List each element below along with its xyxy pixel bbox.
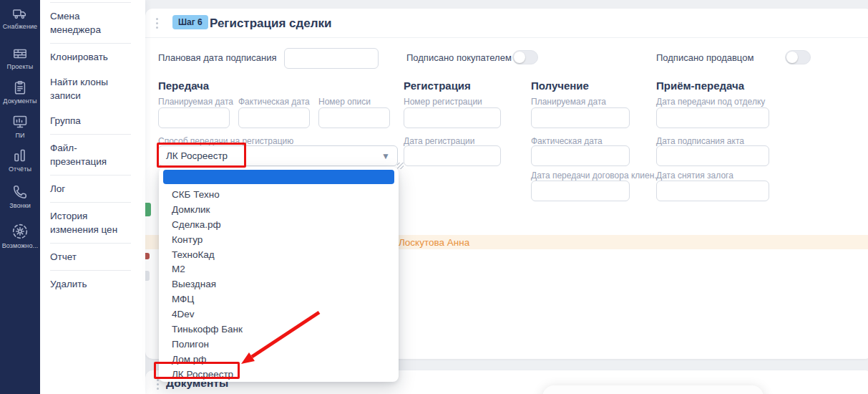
planned-signing-date-input[interactable] [284,48,379,69]
receiving-actual-date-label: Фактическая дата [531,136,603,146]
sidebar-item-documents[interactable]: Документы [0,79,40,105]
dropdown-option[interactable]: ТехноКад [159,247,399,262]
registration-date-input[interactable] [404,145,501,166]
sidebar-item-label: Проекты [0,63,40,70]
planned-signing-date-label: Плановая дата подписания [158,52,276,63]
menu-item-price-history[interactable]: История изменения цен [50,203,131,242]
registration-number-label: Номер регистрации [404,97,482,107]
transfer-inventory-number-label: Номер описи [318,97,371,107]
clipboard-icon [0,79,40,96]
menu-divider [50,2,131,3]
menu-divider [50,270,131,271]
sidebar-nav: Снабжение Проекты Документы ПИ Отчёты Зв… [0,0,40,394]
dropdown-highlighted-empty-option[interactable] [163,170,394,184]
acceptance-finishing-date-label: Дата передачи под отделку [656,97,765,107]
record-context-menu: Смена менеджера Клонировать Найти клоны … [40,0,145,394]
toggle-knob [786,52,798,63]
menu-item-file-presentation[interactable]: Файл-презентация [50,135,131,174]
drag-handle-icon[interactable] [156,18,158,20]
receiving-contract-transfer-date-input[interactable] [531,181,630,201]
truck-icon [0,6,40,21]
receiving-planned-date-input[interactable] [531,107,630,128]
dropdown-option[interactable]: Тинькофф Банк [159,322,399,337]
toggle-knob [514,52,525,63]
menu-item-delete[interactable]: Удалить [50,272,131,297]
gear-dashed-icon [0,222,40,241]
receiving-actual-date-input[interactable] [531,145,630,166]
occluded-gray-element [145,271,150,281]
receiving-planned-date-label: Планируемая дата [531,97,606,107]
sidebar-item-opportunities[interactable]: Возможно... [0,222,40,249]
transfer-planned-date-input[interactable] [158,107,230,128]
section-title-registration: Регистрация [404,80,471,92]
menu-item-clone[interactable]: Клонировать [50,44,131,69]
menu-item-log[interactable]: Лог [50,176,131,201]
transfer-method-value: ЛК Росреестр [159,150,381,161]
section-title-acceptance: Приём-передача [656,80,744,92]
sidebar-item-label: Документы [0,97,40,105]
sidebar-item-label: ПИ [0,132,40,139]
sidebar-item-label: Снабжение [0,23,40,30]
transfer-planned-date-label: Планируемая дата [158,97,233,107]
dropdown-option[interactable]: Домклик [159,202,399,217]
textarea-resize-icon[interactable] [397,163,404,169]
transfer-method-label: Способ передачи на регистрацию [158,136,293,146]
acceptance-pledge-release-date-input[interactable] [656,181,769,201]
sidebar-item-projects[interactable]: Проекты [0,46,40,70]
occluded-green-badge [145,203,151,216]
dropdown-option[interactable]: Дом.рф [159,352,399,367]
menu-divider [50,175,131,176]
acceptance-act-signing-date-input[interactable] [656,145,769,166]
sidebar-item-calls[interactable]: Звонки [0,183,40,209]
transfer-method-dropdown: СКБ Техно Домклик Сделка.рф Контур Техно… [159,167,399,382]
sidebar-item-label: Звонки [0,202,40,209]
dropdown-option[interactable]: СКБ Техно [159,187,399,202]
menu-item-find-clones[interactable]: Найти клоны записи [50,69,131,108]
section-title-transfer: Передача [158,80,209,92]
acceptance-pledge-release-date-label: Дата снятия залога [656,170,733,181]
menu-item-change-manager[interactable]: Смена менеджера [50,4,131,42]
floating-popover-card [542,385,764,394]
sidebar-item-supply[interactable]: Снабжение [0,6,40,30]
signed-by-seller-toggle[interactable] [785,50,811,64]
chevron-down-icon: ▼ [381,151,397,161]
menu-divider [50,202,131,203]
menu-item-report[interactable]: Отчет [50,244,131,269]
dropdown-option-lk-rosreestr[interactable]: ЛК Росреестр [159,367,399,382]
sidebar-item-reports[interactable]: Отчёты [0,147,40,173]
sidebar-item-label: Возможно... [0,242,40,249]
transfer-actual-date-input[interactable] [238,107,310,128]
signed-by-buyer-toggle[interactable] [512,50,538,64]
header-divider [145,37,868,38]
acceptance-act-signing-date-label: Дата подписания акта [656,136,744,146]
signed-by-buyer-label: Подписано покупателем [406,52,512,63]
dropdown-option[interactable]: 4Dev [159,307,399,322]
dropdown-option[interactable]: Выездная [159,277,399,292]
menu-item-group[interactable]: Группа [50,108,131,133]
dropdown-option[interactable]: Полигон [159,337,399,352]
registration-number-input[interactable] [404,107,501,128]
sidebar-item-pi[interactable]: ПИ [0,113,40,139]
registration-date-label: Дата регистрации [404,136,474,146]
transfer-actual-date-label: Фактическая дата [238,97,310,107]
dropdown-option[interactable]: Контур [159,232,399,247]
menu-divider [50,134,131,135]
dropdown-option[interactable]: Сделка.рф [159,217,399,232]
section-title-receiving: Получение [531,80,589,92]
card-title: Регистрация сделки [210,16,332,31]
presentation-icon [0,113,40,130]
bar-chart-icon [0,147,40,164]
menu-divider [50,243,131,244]
signed-by-seller-label: Подписано продавцом [656,52,754,63]
phone-icon [0,183,40,201]
transfer-method-select[interactable]: ЛК Росреестр ▼ [158,145,398,166]
bricks-icon [0,46,40,62]
dropdown-option[interactable]: М2 [159,261,399,277]
acceptance-finishing-date-input[interactable] [656,107,769,128]
transfer-inventory-number-input[interactable] [318,107,390,128]
step-badge: Шаг 6 [172,15,208,29]
manager-name-text: Лоскутова Анна [399,237,469,248]
dropdown-option[interactable]: МФЦ [159,292,399,307]
receiving-contract-transfer-date-label: Дата передачи договора клиен... [531,170,661,181]
sidebar-item-label: Отчёты [0,165,40,173]
